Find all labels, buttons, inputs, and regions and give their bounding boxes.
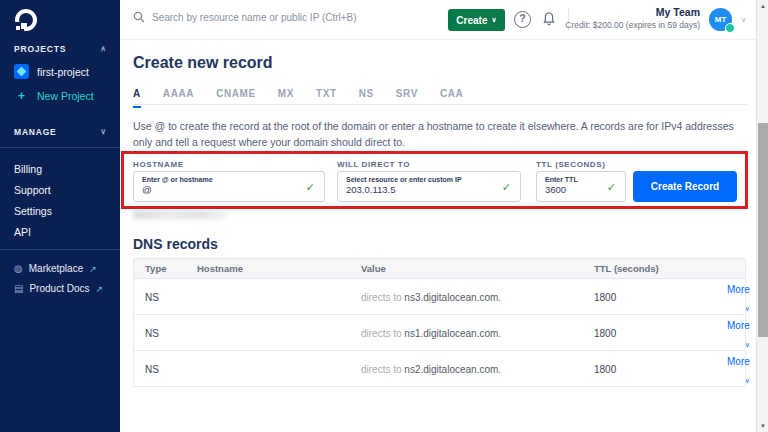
more-button[interactable]: More ∨ [727, 320, 750, 349]
plus-icon: + [14, 89, 29, 103]
project-name-label: first-project [37, 66, 89, 78]
record-type: NS [145, 292, 197, 303]
sidebar-divider [0, 249, 120, 250]
record-ttl: 1800 [594, 364, 727, 375]
sidebar-divider [0, 147, 120, 148]
create-button[interactable]: Create ∨ [448, 9, 505, 31]
new-project-button[interactable]: + New Project [14, 89, 94, 103]
sidebar-item-first-project[interactable]: first-project [14, 64, 89, 79]
team-name: My Team [565, 6, 700, 18]
account-info: My Team Credit: $200.00 (expires in 59 d… [565, 6, 700, 30]
help-icon[interactable]: ? [514, 11, 531, 28]
hostname-label: HOSTNAME [133, 160, 184, 169]
tab-cname[interactable]: CNAME [216, 88, 256, 108]
more-button[interactable]: More ∨ [727, 356, 750, 385]
will-direct-to-label: WILL DIRECT TO [337, 160, 410, 169]
table-row: NS directs to ns1.digitalocean.com. 1800… [133, 315, 746, 351]
manage-section-label: MANAGE [14, 127, 57, 137]
scrollbar[interactable]: ▲ ▼ [756, 0, 768, 432]
sidebar-item-settings[interactable]: Settings [14, 205, 52, 217]
marketplace-label: Marketplace [29, 263, 83, 274]
sidebar-item-api[interactable]: API [14, 226, 31, 238]
chevron-down-icon: ∨ [745, 377, 750, 384]
tab-caa[interactable]: CAA [440, 88, 463, 108]
table-row: NS directs to ns3.digitalocean.com. 1800… [133, 279, 746, 315]
record-value: directs to ns2.digitalocean.com. [361, 364, 594, 375]
bell-icon[interactable] [541, 11, 558, 28]
main-content: Create new record A AAAA CNAME MX TXT NS… [120, 40, 756, 432]
record-type: NS [145, 364, 197, 375]
projects-section-label: PROJECTS [14, 44, 66, 54]
topbar: Search by resource name or public IP (Ct… [120, 0, 756, 40]
tab-mx[interactable]: MX [278, 88, 294, 108]
table-header-row: Type Hostname Value TTL (seconds) [133, 258, 746, 279]
more-button[interactable]: More ∨ [727, 284, 750, 313]
sidebar: PROJECTS ∧ first-project + New Project M… [0, 0, 120, 432]
hostname-value: @ [142, 184, 316, 195]
docs-icon: ▤ [14, 283, 23, 294]
col-type: Type [145, 263, 197, 274]
external-link-icon: ↗ [95, 284, 103, 294]
scroll-up-arrow-icon[interactable]: ▲ [757, 0, 768, 12]
project-icon [14, 64, 29, 79]
record-description: Use @ to create the record at the root o… [133, 118, 749, 151]
sidebar-item-billing[interactable]: Billing [14, 163, 42, 175]
will-direct-to-input[interactable]: Select resource or enter custom IP 203.0… [337, 171, 521, 202]
col-hostname: Hostname [197, 263, 361, 274]
record-value: directs to ns1.digitalocean.com. [361, 328, 594, 339]
chevron-up-icon[interactable]: ∧ [100, 44, 106, 53]
tab-ns[interactable]: NS [359, 88, 374, 108]
scroll-down-arrow-icon[interactable]: ▼ [757, 420, 768, 432]
record-type: NS [145, 328, 197, 339]
scrollbar-thumb[interactable] [758, 123, 768, 337]
dns-records-table: Type Hostname Value TTL (seconds) NS dir… [133, 258, 746, 387]
tab-txt[interactable]: TXT [316, 88, 337, 108]
check-icon: ✓ [502, 181, 511, 194]
chevron-down-icon: ∨ [745, 341, 750, 348]
check-icon: ✓ [607, 181, 616, 194]
record-value: directs to ns3.digitalocean.com. [361, 292, 594, 303]
avatar[interactable]: MT [709, 8, 732, 31]
tabs-divider [133, 104, 747, 105]
redacted-text [133, 210, 226, 219]
direct-value: 203.0.113.5 [346, 184, 512, 195]
marketplace-icon: ◍ [14, 263, 23, 274]
record-ttl: 1800 [594, 292, 727, 303]
avatar-status-badge [725, 23, 735, 33]
hostname-placeholder: Enter @ or hostname [142, 176, 316, 183]
sidebar-item-marketplace[interactable]: ◍ Marketplace ↗ [14, 263, 97, 274]
chevron-down-icon: ∨ [492, 16, 497, 24]
credit-label: Credit: $200.00 (expires in 59 days) [565, 20, 700, 30]
record-ttl: 1800 [594, 328, 727, 339]
chevron-down-icon[interactable]: ∨ [100, 127, 106, 136]
chevron-down-icon[interactable]: ∨ [741, 16, 746, 24]
hostname-input[interactable]: Enter @ or hostname @ ✓ [133, 171, 325, 202]
sidebar-item-product-docs[interactable]: ▤ Product Docs ↗ [14, 283, 103, 294]
check-icon: ✓ [306, 181, 315, 194]
table-row: NS directs to ns2.digitalocean.com. 1800… [133, 351, 746, 387]
ttl-label: TTL (SECONDS) [536, 160, 605, 169]
new-project-label: New Project [37, 90, 94, 102]
digitalocean-logo-icon[interactable] [15, 9, 37, 31]
avatar-initials: MT [715, 15, 727, 24]
col-ttl: TTL (seconds) [594, 263, 727, 274]
direct-placeholder: Select resource or enter custom IP [346, 176, 512, 183]
search-placeholder: Search by resource name or public IP (Ct… [152, 12, 357, 23]
external-link-icon: ↗ [89, 264, 97, 274]
sidebar-item-support[interactable]: Support [14, 184, 51, 196]
create-record-button[interactable]: Create Record [633, 171, 737, 202]
page-title: Create new record [133, 54, 273, 72]
dns-records-title: DNS records [133, 236, 218, 252]
tab-aaaa[interactable]: AAAA [163, 88, 194, 108]
tab-srv[interactable]: SRV [396, 88, 418, 108]
product-docs-label: Product Docs [29, 283, 89, 294]
chevron-down-icon: ∨ [745, 305, 750, 312]
record-type-tabs: A AAAA CNAME MX TXT NS SRV CAA [133, 88, 463, 108]
search-icon [133, 11, 145, 23]
tab-a[interactable]: A [133, 88, 141, 108]
ttl-input[interactable]: Enter TTL 3600 ✓ [536, 171, 626, 202]
search-input[interactable]: Search by resource name or public IP (Ct… [133, 11, 357, 23]
col-value: Value [361, 263, 594, 274]
